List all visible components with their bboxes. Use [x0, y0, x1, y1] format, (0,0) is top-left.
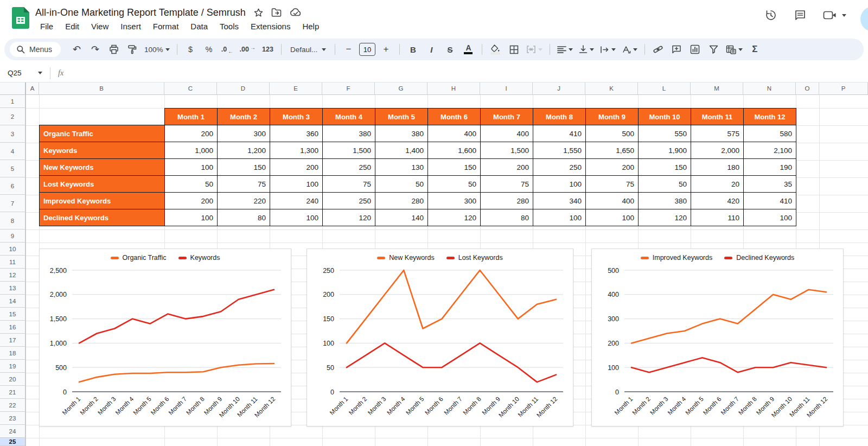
star-icon[interactable]	[253, 8, 264, 18]
value-cell[interactable]: 300	[218, 125, 270, 142]
value-cell[interactable]: 2,100	[744, 142, 796, 159]
menu-format[interactable]: Format	[148, 21, 184, 32]
value-cell[interactable]: 400	[428, 125, 481, 142]
value-cell[interactable]: 1,550	[533, 142, 586, 159]
row-header-17[interactable]: 17	[0, 334, 26, 347]
table-header-cell[interactable]: Month 8	[533, 109, 586, 125]
row-label-cell[interactable]: Declined Keywords	[40, 209, 165, 226]
value-cell[interactable]: 300	[428, 193, 481, 209]
menu-view[interactable]: View	[86, 21, 113, 32]
menu-file[interactable]: File	[35, 21, 58, 32]
value-cell[interactable]: 400	[481, 125, 533, 142]
table-header-cell[interactable]: Month 1	[165, 109, 218, 125]
value-cell[interactable]: 120	[639, 209, 691, 226]
line-chart-organic-traffic-vs-keywords[interactable]: Organic TrafficKeywords05001,0001,5002,0…	[39, 249, 291, 426]
value-cell[interactable]: 280	[481, 193, 533, 209]
bold-button[interactable]: B	[405, 42, 421, 57]
value-cell[interactable]: 50	[639, 176, 691, 193]
value-cell[interactable]: 180	[691, 159, 744, 176]
table-header-cell[interactable]: Month 7	[481, 109, 533, 125]
move-folder-icon[interactable]	[271, 8, 282, 17]
row-header-14[interactable]: 14	[0, 295, 26, 308]
column-header-P[interactable]: P	[819, 82, 868, 95]
column-header-A[interactable]: A	[26, 82, 39, 95]
value-cell[interactable]: 140	[375, 209, 428, 226]
row-header-12[interactable]: 12	[0, 269, 26, 282]
row-label-cell[interactable]: Organic Traffic	[40, 125, 165, 142]
caret-down-icon[interactable]	[842, 14, 846, 19]
insert-comment-button[interactable]	[669, 42, 685, 57]
font-select[interactable]: Defaul...	[287, 42, 329, 57]
value-cell[interactable]: 130	[375, 159, 428, 176]
select-all-corner[interactable]	[0, 82, 26, 95]
row-header-8[interactable]: 8	[0, 212, 26, 230]
row-header-24[interactable]: 24	[0, 425, 26, 438]
column-header-O[interactable]: O	[796, 82, 819, 95]
text-wrap-button[interactable]	[598, 42, 617, 57]
row-header-9[interactable]: 9	[0, 230, 26, 243]
insert-chart-button[interactable]	[687, 42, 703, 57]
value-cell[interactable]: 380	[639, 193, 691, 209]
value-cell[interactable]: 500	[586, 125, 639, 142]
row-label-cell[interactable]: Improved Keywords	[40, 193, 165, 209]
line-chart-improved-keywords-vs-declined-keywords[interactable]: Improved KeywordsDeclined Keywords010020…	[591, 249, 844, 426]
value-cell[interactable]: 100	[533, 209, 586, 226]
row-header-11[interactable]: 11	[0, 256, 26, 269]
value-cell[interactable]: 75	[323, 176, 375, 193]
column-header-L[interactable]: L	[638, 82, 691, 95]
increase-font-size-button[interactable]: +	[378, 42, 394, 57]
column-header-K[interactable]: K	[585, 82, 638, 95]
menu-help[interactable]: Help	[297, 21, 324, 32]
value-cell[interactable]: 75	[481, 176, 533, 193]
value-cell[interactable]: 100	[533, 176, 586, 193]
table-header-cell[interactable]: Month 9	[586, 109, 639, 125]
value-cell[interactable]: 1,600	[428, 142, 481, 159]
table-header-cell[interactable]: Month 4	[323, 109, 375, 125]
spreadsheet-grid[interactable]: Month 1Month 2Month 3Month 4Month 5Month…	[0, 82, 868, 446]
value-cell[interactable]: 150	[428, 159, 481, 176]
share-button[interactable]	[860, 7, 868, 31]
value-cell[interactable]: 100	[270, 209, 323, 226]
value-cell[interactable]: 1,500	[323, 142, 375, 159]
undo-button[interactable]: ↶	[69, 42, 85, 57]
value-cell[interactable]: 80	[218, 209, 270, 226]
value-cell[interactable]: 250	[533, 159, 586, 176]
row-header-25[interactable]: 25	[0, 438, 26, 446]
value-cell[interactable]: 75	[586, 176, 639, 193]
value-cell[interactable]: 150	[639, 159, 691, 176]
value-cell[interactable]: 100	[165, 159, 218, 176]
paint-format-button[interactable]	[124, 42, 140, 57]
row-label-cell[interactable]: Lost Keywords	[40, 176, 165, 193]
insert-link-button[interactable]	[650, 42, 666, 57]
value-cell[interactable]: 250	[323, 159, 375, 176]
video-call-icon[interactable]	[823, 10, 846, 21]
row-label-cell[interactable]: Keywords	[40, 142, 165, 159]
create-filter-button[interactable]	[706, 42, 722, 57]
table-header-cell[interactable]: Month 6	[428, 109, 481, 125]
table-header-cell[interactable]: Month 10	[639, 109, 691, 125]
value-cell[interactable]: 20	[691, 176, 744, 193]
value-cell[interactable]: 50	[375, 176, 428, 193]
table-header-cell[interactable]: Month 12	[744, 109, 796, 125]
row-header-1[interactable]: 1	[0, 95, 26, 108]
value-cell[interactable]: 1,200	[218, 142, 270, 159]
menus-search-button[interactable]: Menus	[10, 42, 61, 57]
menu-extensions[interactable]: Extensions	[246, 21, 295, 32]
value-cell[interactable]: 250	[323, 193, 375, 209]
decrease-decimal-button[interactable]: .0←	[220, 42, 235, 57]
value-cell[interactable]: 240	[270, 193, 323, 209]
version-history-icon[interactable]	[764, 9, 777, 22]
value-cell[interactable]: 100	[586, 209, 639, 226]
row-header-2[interactable]: 2	[0, 108, 26, 125]
font-size-input[interactable]: 10	[359, 43, 375, 56]
line-chart-new-keywords-vs-lost-keywords[interactable]: New KeywordsLost Keywords050100150200250…	[307, 249, 573, 426]
value-cell[interactable]: 220	[218, 193, 270, 209]
fill-color-button[interactable]	[488, 42, 503, 57]
value-cell[interactable]: 2,000	[691, 142, 744, 159]
value-cell[interactable]: 190	[744, 159, 796, 176]
value-cell[interactable]: 35	[744, 176, 796, 193]
row-header-5[interactable]: 5	[0, 160, 26, 177]
row-label-cell[interactable]: New Keywords	[40, 159, 165, 176]
value-cell[interactable]: 1,000	[165, 142, 218, 159]
value-cell[interactable]: 1,900	[639, 142, 691, 159]
